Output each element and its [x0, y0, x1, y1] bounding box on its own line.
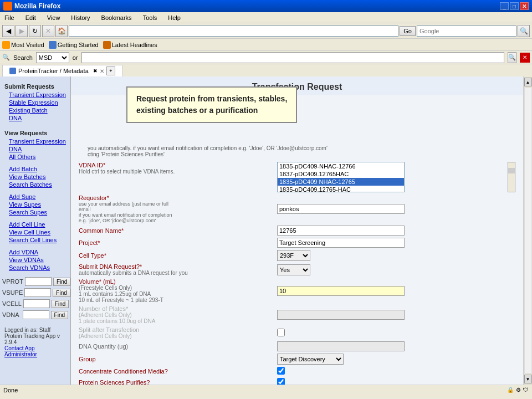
vsupe-find-button[interactable]: Find: [53, 289, 70, 297]
forward-button[interactable]: ▶: [16, 25, 28, 37]
menu-tools[interactable]: Tools: [141, 13, 160, 22]
project-input[interactable]: [277, 238, 405, 248]
quick-search-vsupe: VSUPE Find: [0, 287, 70, 298]
sidebar-item-add-supe[interactable]: Add Supe: [0, 193, 70, 201]
tab-bar: ProteinTracker / Metadata ✖ ✕ +: [0, 64, 532, 76]
go-button[interactable]: Go: [400, 26, 416, 36]
vdna-scrollbar[interactable]: [508, 162, 515, 192]
requestor-input[interactable]: [277, 204, 405, 214]
sidebar-item-transient-expression[interactable]: Transient Expression: [0, 91, 70, 99]
cell-type-select[interactable]: 293F HEK293 CHO Other: [277, 250, 310, 261]
firefox-icon: [3, 2, 12, 11]
concentrate-label: Concentrate Conditioned Media?: [79, 368, 178, 375]
submit-dna-select[interactable]: Yes No: [277, 264, 310, 275]
sidebar-item-view-cell-lines[interactable]: View Cell Lines: [0, 228, 70, 236]
common-name-input[interactable]: [277, 226, 405, 236]
bookmark-latest-headlines[interactable]: Latest Headlines: [103, 41, 157, 49]
group-select[interactable]: Target Discovery Protein Sciences Other: [277, 354, 344, 365]
sidebar-item-search-supes[interactable]: Search Supes: [0, 208, 70, 216]
home-button[interactable]: 🏠: [55, 25, 68, 37]
stop-button[interactable]: ✕: [42, 25, 54, 37]
volume-hint2: 1 mL contains 1.25ug of DNA: [79, 291, 273, 297]
dna-qty-input[interactable]: [277, 341, 405, 351]
address-bar[interactable]: [69, 25, 398, 37]
protein-sciences-label: Protein Sciences Purifies?: [79, 379, 178, 385]
volume-row: Volume* (mL) (Freestyle Cells Only) 1 mL…: [76, 277, 518, 304]
volume-hint3: 10 mL of Freestyle ~ 1 plate 293-T: [79, 297, 273, 303]
split-checkbox[interactable]: [277, 329, 285, 336]
search-input[interactable]: [81, 52, 504, 63]
volume-input[interactable]: [277, 286, 405, 296]
sidebar-item-view-transient[interactable]: Transient Expression: [0, 137, 70, 145]
sidebar-item-add-vdna[interactable]: Add VDNA: [0, 248, 70, 256]
tab-protein-tracker[interactable]: ProteinTracker / Metadata ✖ ✕ +: [2, 65, 122, 76]
sidebar-item-view-dna[interactable]: DNA: [0, 145, 70, 153]
maximize-button[interactable]: □: [510, 2, 519, 10]
protein-sciences-checkbox[interactable]: [277, 378, 285, 385]
vprot-find-button[interactable]: Find: [53, 278, 70, 286]
sidebar-item-search-cell-lines[interactable]: Search Cell Lines: [0, 236, 70, 244]
search-box[interactable]: [417, 25, 516, 37]
vdna-input[interactable]: [23, 310, 49, 319]
sidebar-item-stable-expression[interactable]: Stable Expression: [0, 99, 70, 106]
sidebar-item-view-supes[interactable]: View Supes: [0, 201, 70, 208]
news-icon: [103, 41, 111, 49]
search-clear-button[interactable]: ✕: [520, 53, 530, 63]
search-button[interactable]: 🔍: [518, 25, 530, 37]
app-version-text: Protein Tracking App v 2.9.4: [4, 333, 66, 345]
sidebar-item-search-vdnas[interactable]: Search VDNAs: [0, 264, 70, 272]
sidebar-item-add-cell-line[interactable]: Add Cell Line: [0, 221, 70, 228]
bookmark-getting-started[interactable]: Getting Started: [49, 41, 99, 49]
sidebar-item-search-batches[interactable]: Search Batches: [0, 181, 70, 188]
vprot-input[interactable]: [25, 277, 52, 286]
sidebar-view-requests-title: View Requests: [0, 126, 70, 137]
sidebar-item-view-vdnas[interactable]: View VDNAs: [0, 256, 70, 264]
menu-view[interactable]: View: [45, 13, 63, 22]
concentrate-checkbox[interactable]: [277, 367, 285, 375]
sidebar-footer: Logged in as: Staff Protein Tracking App…: [0, 325, 70, 360]
bookmark-most-visited[interactable]: Most Visited: [2, 41, 44, 49]
plates-input[interactable]: [277, 310, 405, 320]
vcell-label: VCELL: [2, 300, 22, 307]
group-label: Group: [79, 356, 178, 362]
vdna-option-1[interactable]: 1837-pDC409.12765HAC: [278, 170, 404, 178]
vcell-find-button[interactable]: Find: [52, 300, 69, 308]
tooltip-text: Request protein from transients, stables…: [136, 94, 287, 115]
scroll-up-button[interactable]: ▲: [524, 78, 532, 86]
search-dropdown[interactable]: MSD VPROT VSUPE VCELL VDNA: [36, 52, 69, 63]
window-controls: _ □ ✕: [500, 2, 529, 10]
menu-edit[interactable]: Edit: [23, 13, 38, 22]
vdna-option-0[interactable]: 1835-pDC409-NHAC-12766: [278, 162, 404, 170]
scroll-down-button[interactable]: ▼: [524, 375, 532, 383]
vdna-listbox[interactable]: 1835-pDC409-NHAC-12766 1837-pDC409.12765…: [277, 162, 405, 192]
minimize-button[interactable]: _: [500, 2, 509, 10]
sidebar-item-add-batch[interactable]: Add Batch: [0, 165, 70, 173]
sidebar-item-dna-submit[interactable]: DNA: [0, 114, 70, 122]
plates-hint2: 1 plate contains 10.0ug of DNA: [79, 318, 273, 324]
sidebar-item-existing-batch[interactable]: Existing Batch: [0, 106, 70, 114]
tab-close-button[interactable]: ✕: [100, 68, 104, 74]
close-button[interactable]: ✕: [520, 2, 529, 10]
vcell-input[interactable]: [23, 299, 50, 308]
vdna-option-3[interactable]: 1835-pDC409.12765-HAC: [278, 186, 404, 192]
form-scroll[interactable]: you automatically. if you want email not…: [71, 145, 523, 385]
new-tab-button[interactable]: +: [106, 66, 115, 75]
menu-file[interactable]: File: [2, 13, 17, 22]
vsupe-input[interactable]: [24, 288, 51, 297]
sidebar-item-view-batches[interactable]: View Batches: [0, 173, 70, 181]
vdna-option-2[interactable]: 1835-pDC409 NHAC-12765: [278, 178, 404, 186]
vdna-find-button[interactable]: Find: [51, 311, 68, 319]
back-button[interactable]: ◀: [2, 25, 14, 37]
menu-history[interactable]: History: [69, 13, 92, 22]
contact-admin-link[interactable]: Contact App Administrator: [4, 345, 37, 357]
sidebar-item-view-all-others[interactable]: All Others: [0, 153, 70, 161]
status-icon-2: ⚙: [516, 387, 521, 393]
toolbar: ◀ ▶ ↻ ✕ 🏠 Go 🔍: [0, 23, 532, 39]
reload-button[interactable]: ↻: [29, 25, 41, 37]
menu-help[interactable]: Help: [166, 13, 183, 22]
menu-bookmarks[interactable]: Bookmarks: [99, 13, 134, 22]
submit-dna-hint: automatically submits a DNA request for …: [79, 270, 273, 276]
search-go-button[interactable]: 🔍: [508, 52, 516, 63]
common-name-label: Common Name*: [79, 227, 178, 234]
scrollbar-right[interactable]: ▲ ▼: [523, 76, 532, 385]
